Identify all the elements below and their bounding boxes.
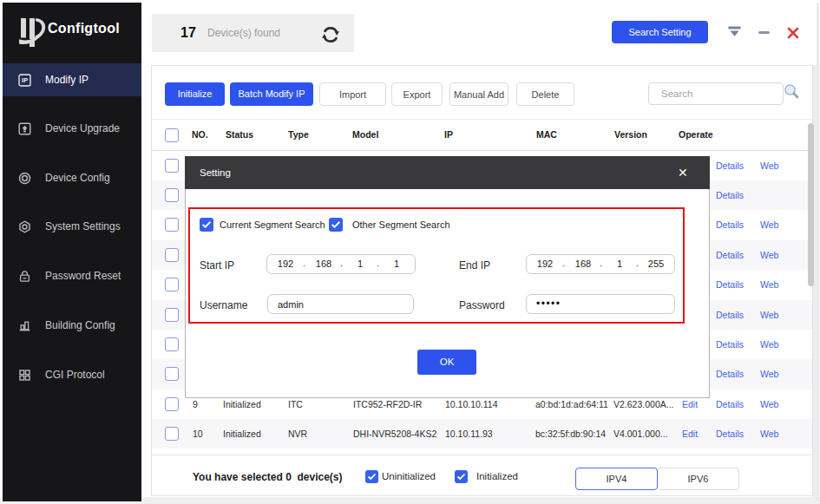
svg-text:IP: IP (22, 76, 28, 84)
